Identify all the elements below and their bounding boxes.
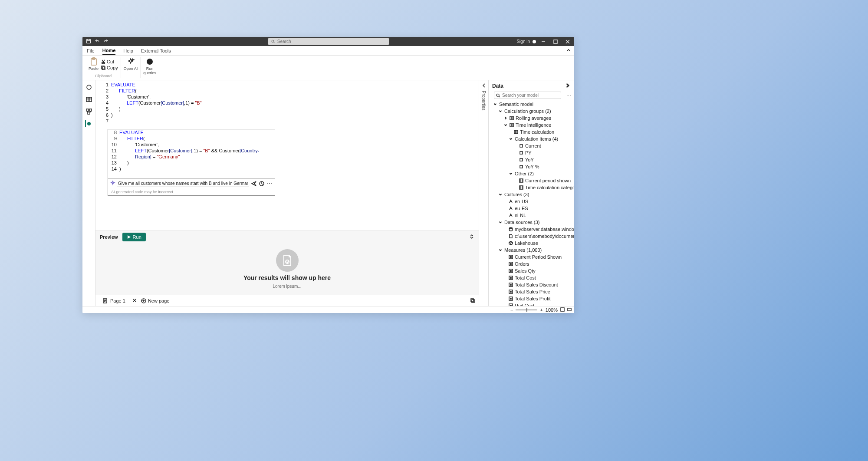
center: 1234567 EVALUATEFILTER('Customer',LEFT(C… <box>95 80 479 306</box>
tab-help[interactable]: Help <box>123 47 133 55</box>
tab-external-tools[interactable]: External Tools <box>141 47 171 55</box>
tree-node[interactable]: Semantic model <box>489 101 574 108</box>
zoom-slider[interactable] <box>516 310 537 310</box>
tab-file[interactable]: File <box>87 47 95 55</box>
copy-pages-icon[interactable] <box>470 298 475 304</box>
properties-rail[interactable]: Properties <box>479 80 488 306</box>
tree-node[interactable]: Lakehouse <box>489 240 574 247</box>
tree-node[interactable]: Measures (1,000) <box>489 247 574 254</box>
tree-node[interactable]: Time intelligence <box>489 122 574 128</box>
svg-point-34 <box>510 227 513 229</box>
data-tree[interactable]: Semantic modelCalculation groups (2)Roll… <box>489 101 574 306</box>
tree-node[interactable]: Total Sales Profit <box>489 295 574 302</box>
svg-point-17 <box>269 183 270 184</box>
close-button[interactable] <box>563 37 572 46</box>
suggestion-code[interactable]: EVALUATEFILTER('Customer',LEFT(Customer[… <box>119 129 275 178</box>
tree-node[interactable]: Total Sales Price <box>489 288 574 295</box>
avatar-icon[interactable] <box>533 40 536 43</box>
tree-node[interactable]: Current <box>489 142 574 149</box>
data-more-icon[interactable]: ⋯ <box>566 93 572 99</box>
collapse-ribbon-icon[interactable] <box>566 48 574 53</box>
zoom-in-icon[interactable]: + <box>540 307 542 313</box>
tree-node[interactable]: Time calculation category <box>489 184 574 191</box>
tree-node[interactable]: nl-NL <box>489 212 574 219</box>
copy-button[interactable]: Copy <box>101 65 118 70</box>
expand-preview-icon[interactable] <box>469 234 474 240</box>
tree-node[interactable]: Other (2) <box>489 170 574 177</box>
close-tab-icon[interactable] <box>132 298 138 303</box>
tree-node[interactable]: Cultures (3) <box>489 191 574 198</box>
tree-node[interactable]: c:\users\somebody\documents\... <box>489 233 574 240</box>
run-button[interactable]: Run <box>122 233 146 241</box>
tree-node[interactable]: Rolling averages <box>489 115 574 122</box>
save-icon[interactable] <box>86 39 91 45</box>
svg-rect-23 <box>472 300 474 303</box>
titlebar-left <box>82 39 108 45</box>
model-view-icon[interactable] <box>85 108 92 115</box>
tree-node[interactable]: Unit Cost <box>489 302 574 306</box>
svg-rect-22 <box>471 299 473 302</box>
data-search[interactable] <box>494 92 561 99</box>
tree-node[interactable]: mydbserver.database.windows.net;MyData..… <box>489 226 574 233</box>
preview-label: Preview <box>100 234 118 240</box>
svg-point-16 <box>267 183 268 184</box>
code-editor[interactable]: 1234567 EVALUATEFILTER('Customer',LEFT(C… <box>95 80 479 230</box>
page-tab[interactable]: Page 1 <box>99 297 129 304</box>
tree-node[interactable]: Current period shown <box>489 177 574 184</box>
titlebar-search-input[interactable] <box>277 39 386 44</box>
redo-icon[interactable] <box>103 39 108 45</box>
report-view-icon[interactable] <box>85 84 92 91</box>
cut-button[interactable]: Cut <box>101 59 118 64</box>
svg-rect-32 <box>519 179 523 182</box>
maximize-button[interactable] <box>551 37 560 46</box>
dax-view-icon[interactable] <box>85 120 92 127</box>
data-search-input[interactable] <box>502 93 559 98</box>
tree-node[interactable]: Total Sales Discount <box>489 281 574 288</box>
tab-home[interactable]: Home <box>102 46 116 55</box>
ai-prompt-row <box>108 178 275 188</box>
fullscreen-icon[interactable] <box>567 307 572 313</box>
svg-rect-12 <box>86 109 89 111</box>
app-window: Untitled - Power BI Desktop Sign in File… <box>82 37 574 313</box>
ai-prompt-input[interactable] <box>117 180 249 187</box>
send-icon[interactable] <box>251 181 257 187</box>
more-icon[interactable] <box>266 181 273 187</box>
zoom-out-icon[interactable]: − <box>510 307 513 313</box>
tree-node[interactable]: YoY <box>489 156 574 163</box>
titlebar-search[interactable] <box>268 38 389 45</box>
tree-node[interactable]: Data sources (3) <box>489 219 574 226</box>
svg-point-18 <box>271 183 272 184</box>
titlebar-right: Sign in <box>516 37 574 46</box>
fit-page-icon[interactable] <box>560 307 565 313</box>
preview-pane: Preview Run Your results will show up he… <box>95 230 479 295</box>
signin-label[interactable]: Sign in <box>516 39 530 44</box>
cut-icon <box>101 59 105 64</box>
tree-node[interactable]: PY <box>489 149 574 156</box>
tree-node[interactable]: Time calculation <box>489 128 574 135</box>
ribbon: Paste Cut Copy Clipboard Open AI Run que… <box>82 56 574 80</box>
tree-node[interactable]: Calculation items (4) <box>489 135 574 142</box>
tree-node[interactable]: eu-ES <box>489 205 574 212</box>
tree-node[interactable]: YoY % <box>489 163 574 170</box>
ribbon-group-run: Run queries <box>141 57 159 78</box>
tree-node[interactable]: Orders <box>489 260 574 267</box>
openai-button[interactable]: Open AI <box>124 57 138 71</box>
expand-data-icon[interactable] <box>566 83 571 89</box>
table-view-icon[interactable] <box>85 96 92 103</box>
page-tab-label: Page 1 <box>110 298 125 303</box>
tree-node[interactable]: Sales Qty <box>489 267 574 274</box>
tree-node[interactable]: Calculation groups (2) <box>489 108 574 115</box>
svg-point-10 <box>87 85 91 89</box>
tree-node[interactable]: Total Cost <box>489 274 574 281</box>
minimize-button[interactable] <box>539 37 548 46</box>
undo-icon[interactable] <box>95 39 100 45</box>
run-queries-button[interactable]: Run queries <box>143 57 156 76</box>
search-icon <box>496 93 500 98</box>
tree-node[interactable]: en-US <box>489 198 574 205</box>
paste-button[interactable]: Paste <box>89 57 99 71</box>
history-icon[interactable] <box>259 181 265 187</box>
tree-node[interactable]: Current Period Shown <box>489 254 574 260</box>
svg-rect-30 <box>520 158 523 161</box>
preview-header: Preview Run <box>95 231 479 243</box>
new-page-button[interactable]: New page <box>141 298 170 303</box>
